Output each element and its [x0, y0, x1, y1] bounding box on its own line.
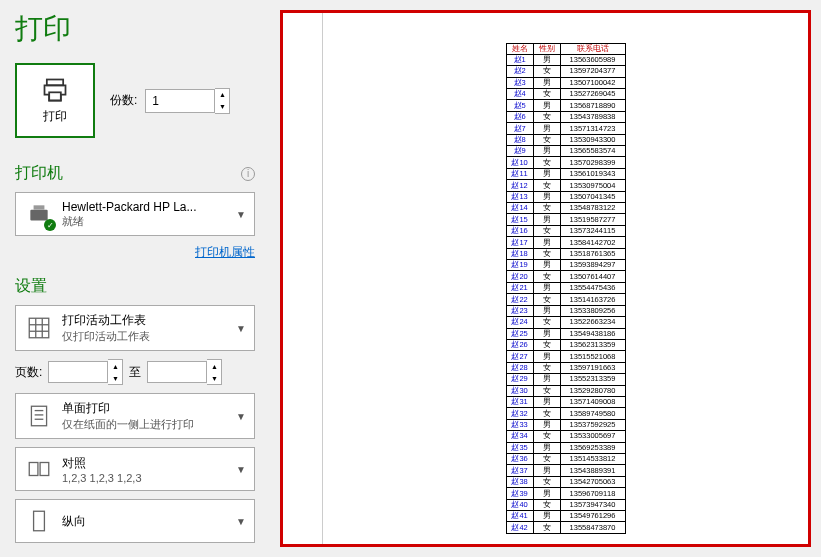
svg-rect-14 [40, 463, 49, 476]
printer-properties-link[interactable]: 打印机属性 [15, 244, 255, 261]
svg-rect-3 [34, 205, 45, 209]
chevron-down-icon: ▼ [236, 411, 246, 422]
table-row: 赵34女13533005697 [506, 431, 625, 442]
table-row: 赵6女13543789838 [506, 111, 625, 122]
sheets-icon [26, 315, 52, 341]
table-row: 赵42女13558473870 [506, 522, 625, 534]
pages-to-input[interactable] [147, 361, 207, 383]
table-row: 赵13男13507041345 [506, 191, 625, 202]
printer-dropdown[interactable]: Hewlett-Packard HP La... 就绪 ▼ [15, 192, 255, 236]
pages-label: 页数: [15, 364, 42, 381]
chevron-down-icon: ▼ [236, 464, 246, 475]
table-row: 赵35男13569253389 [506, 442, 625, 453]
svg-rect-2 [30, 210, 47, 221]
table-row: 赵9男13565583574 [506, 146, 625, 157]
print-what-line1: 打印活动工作表 [62, 312, 232, 329]
table-row: 赵36女13514533812 [506, 453, 625, 464]
copies-up-button[interactable]: ▲ [215, 89, 229, 101]
printer-name: Hewlett-Packard HP La... [62, 200, 232, 214]
chevron-down-icon: ▼ [236, 209, 246, 220]
table-row: 赵17男13584142702 [506, 237, 625, 248]
print-preview: 姓名性别联系电话 赵1男13563605989赵2女13597204377赵3男… [280, 10, 811, 547]
pages-to-up[interactable]: ▲ [207, 360, 221, 372]
table-row: 赵1男13563605989 [506, 54, 625, 65]
copies-label: 份数: [110, 92, 137, 109]
info-icon[interactable]: i [241, 167, 255, 181]
copies-down-button[interactable]: ▼ [215, 101, 229, 113]
table-row: 赵32女13589749580 [506, 408, 625, 419]
collate-line1: 对照 [62, 455, 232, 472]
table-row: 赵39男13596709118 [506, 488, 625, 499]
table-row: 赵28女13597191663 [506, 362, 625, 373]
table-header: 联系电话 [560, 44, 625, 55]
table-row: 赵7男13571314723 [506, 123, 625, 134]
chevron-down-icon: ▼ [236, 516, 246, 527]
table-row: 赵30女13529280780 [506, 385, 625, 396]
table-row: 赵16女13573244115 [506, 225, 625, 236]
table-row: 赵38女13542705063 [506, 476, 625, 487]
svg-rect-9 [31, 406, 46, 426]
table-row: 赵4女13527269045 [506, 88, 625, 99]
table-row: 赵40女13573947340 [506, 499, 625, 510]
svg-rect-15 [34, 511, 45, 531]
orientation-dropdown[interactable]: 纵向 ▼ [15, 499, 255, 543]
table-row: 赵8女13530943300 [506, 134, 625, 145]
table-row: 赵18女13518761365 [506, 248, 625, 259]
pages-from-up[interactable]: ▲ [108, 360, 122, 372]
svg-rect-1 [49, 92, 61, 100]
table-row: 赵10女13570298399 [506, 157, 625, 168]
collate-dropdown[interactable]: 对照 1,2,3 1,2,3 1,2,3 ▼ [15, 447, 255, 491]
table-row: 赵22女13514163726 [506, 294, 625, 305]
table-row: 赵11男13561019343 [506, 168, 625, 179]
orientation-line1: 纵向 [62, 513, 232, 530]
settings-header: 设置 [15, 276, 47, 297]
sides-line2: 仅在纸面的一侧上进行打印 [62, 417, 232, 432]
pages-to-down[interactable]: ▼ [207, 372, 221, 384]
sides-dropdown[interactable]: 单面打印 仅在纸面的一侧上进行打印 ▼ [15, 393, 255, 439]
pages-from-input[interactable] [48, 361, 108, 383]
print-what-dropdown[interactable]: 打印活动工作表 仅打印活动工作表 ▼ [15, 305, 255, 351]
table-header: 性别 [533, 44, 560, 55]
print-button-label: 打印 [43, 108, 67, 125]
print-button[interactable]: 打印 [15, 63, 95, 138]
table-row: 赵24女13522663234 [506, 317, 625, 328]
status-ready-icon [44, 219, 56, 231]
table-row: 赵15男13519587277 [506, 214, 625, 225]
table-row: 赵5男13568718890 [506, 100, 625, 111]
svg-rect-4 [29, 318, 49, 338]
table-row: 赵25男13549438186 [506, 328, 625, 339]
pages-to-label: 至 [129, 364, 141, 381]
table-row: 赵29男13552313359 [506, 374, 625, 385]
portrait-icon [26, 508, 52, 534]
table-row: 赵26女13562313359 [506, 339, 625, 350]
table-row: 赵12女13530975004 [506, 180, 625, 191]
table-row: 赵33男13537592925 [506, 419, 625, 430]
svg-rect-13 [29, 463, 38, 476]
table-row: 赵19男13593894297 [506, 260, 625, 271]
table-row: 赵2女13597204377 [506, 66, 625, 77]
table-row: 赵21男13554475436 [506, 282, 625, 293]
table-row: 赵3男13507100042 [506, 77, 625, 88]
table-row: 赵41男13549761296 [506, 511, 625, 522]
table-header: 姓名 [506, 44, 533, 55]
printer-status: 就绪 [62, 214, 232, 229]
copies-input[interactable] [145, 89, 215, 113]
sides-line1: 单面打印 [62, 400, 232, 417]
table-row: 赵14女13548783122 [506, 203, 625, 214]
table-row: 赵31男13571409008 [506, 396, 625, 407]
collate-line2: 1,2,3 1,2,3 1,2,3 [62, 472, 232, 484]
page-title: 打印 [15, 10, 255, 48]
pages-from-down[interactable]: ▼ [108, 372, 122, 384]
single-side-icon [26, 403, 52, 429]
table-row: 赵27男13515521068 [506, 351, 625, 362]
collate-icon [26, 456, 52, 482]
chevron-down-icon: ▼ [236, 323, 246, 334]
data-table: 姓名性别联系电话 赵1男13563605989赵2女13597204377赵3男… [506, 43, 626, 534]
print-what-line2: 仅打印活动工作表 [62, 329, 232, 344]
table-row: 赵37男13543889391 [506, 465, 625, 476]
table-row: 赵23男13533809256 [506, 305, 625, 316]
table-row: 赵20女13507614407 [506, 271, 625, 282]
printer-icon [41, 76, 69, 104]
printer-header: 打印机 [15, 163, 63, 184]
